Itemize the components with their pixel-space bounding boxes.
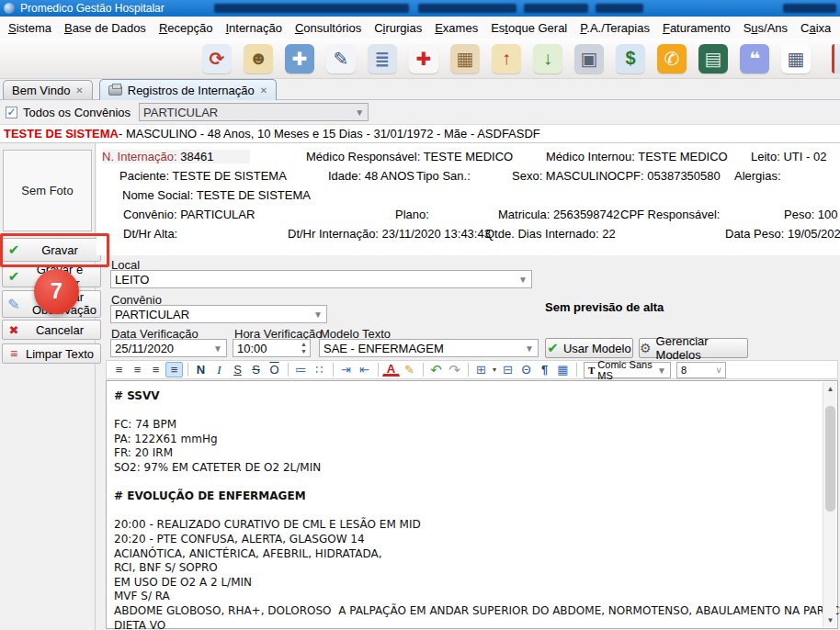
menu-item-sistema[interactable]: Sistema xyxy=(2,18,58,38)
info-field-peso: Peso: 100 xyxy=(784,208,838,221)
menu-item-faturamento[interactable]: Faturamento xyxy=(656,18,737,38)
evolution-text-content: # SSVV FC: 74 BPMPA: 122X61 mmHgFR: 20 I… xyxy=(114,389,819,630)
update-patients-icon[interactable]: ⟳ xyxy=(202,44,232,73)
tab-close-icon[interactable]: ✕ xyxy=(260,85,267,96)
data-verificacao-select[interactable]: 25/11/2020 ▼ xyxy=(110,339,227,357)
info-label-cpfresp: CPF Responsável: xyxy=(620,208,720,221)
info-label-dtint: Dt/Hr Internação: xyxy=(288,227,382,241)
convenio-select[interactable]: PARTICULAR ▼ xyxy=(110,305,327,323)
clipped-toolbar-icon[interactable] xyxy=(832,44,840,73)
font-size-select[interactable]: 8˅ xyxy=(676,362,726,378)
info-label-tiposan: Tipo San.: xyxy=(416,169,471,183)
info-field-nomesocial: Nome Social: TESTE DE SISTEMA xyxy=(122,188,311,202)
convenio-filter-select[interactable]: PARTICULAR ▼ xyxy=(139,103,369,121)
numbered-list-icon[interactable]: ≔ xyxy=(292,362,310,377)
hora-verificacao-spinner[interactable]: 10:00 ▲▼ xyxy=(233,339,311,357)
ambulance-icon[interactable]: ✚ xyxy=(409,44,438,73)
report-icon[interactable]: ▦ xyxy=(781,44,811,73)
info-field-convenio: Convênio: PARTICULAR xyxy=(123,208,255,221)
vertical-scrollbar[interactable]: ▲ ▼ xyxy=(823,382,836,627)
patients-records-icon[interactable]: ☻ xyxy=(244,44,273,73)
expense-down-icon[interactable]: ↓ xyxy=(533,44,562,73)
strikethrough-icon[interactable]: S xyxy=(247,362,265,377)
align-justify-icon[interactable]: ≡ xyxy=(165,362,183,377)
info-label-matricula: Matricula: xyxy=(498,208,553,221)
undo-icon[interactable]: ↶ xyxy=(427,362,445,377)
usar-modelo-button[interactable]: ✔ Usar Modelo xyxy=(545,338,633,358)
redacted-text xyxy=(524,4,588,13)
local-select[interactable]: LEITO ▼ xyxy=(110,270,532,288)
menu-item-base-de-dados[interactable]: Base de Dados xyxy=(58,18,153,38)
text-line: 20:20 - PTE CONFUSA, ALERTA, GLASGOW 14 xyxy=(114,533,819,547)
info-field-dtalta: Dt/Hr Alta: xyxy=(123,227,177,241)
font-color-icon[interactable]: A xyxy=(382,364,400,377)
phone-book-icon[interactable]: ✆ xyxy=(657,44,687,73)
menu-item-recepcao[interactable]: Recepção xyxy=(153,18,220,38)
info-value-sexo: MASCULINO xyxy=(546,169,617,183)
redo-icon[interactable]: ↷ xyxy=(446,362,463,377)
scroll-down-icon[interactable]: ▼ xyxy=(823,613,837,627)
patient-name: TESTE DE SISTEMA xyxy=(4,127,119,141)
gravar-button[interactable]: ✔Gravar xyxy=(2,238,101,262)
menu-item-sus-ans[interactable]: Sus/Ans xyxy=(737,18,794,38)
tab-bem-vindo[interactable]: Bem Vindo✕ xyxy=(3,80,93,99)
menu-item-consultorios[interactable]: Consultórios xyxy=(289,18,368,38)
menu-item-caixa[interactable]: Caixa xyxy=(794,18,837,38)
underline-icon[interactable]: S xyxy=(229,362,246,377)
insert-table-icon[interactable]: ⊞ xyxy=(472,362,490,377)
align-left-icon[interactable]: ≡ xyxy=(110,362,128,377)
outdent-icon[interactable]: ⇤ xyxy=(356,362,373,377)
menu-item-internacao[interactable]: Internação xyxy=(219,18,288,38)
clear-lines-icon: ≡ xyxy=(3,346,25,361)
menu-item-estoque-geral[interactable]: Estoque Geral xyxy=(484,18,573,38)
revenue-up-icon[interactable]: ↑ xyxy=(492,44,521,73)
menu-item-exames[interactable]: Exames xyxy=(428,18,484,38)
indent-icon[interactable]: ⇥ xyxy=(337,362,355,377)
overline-icon[interactable]: O xyxy=(266,362,283,377)
safe-icon[interactable]: ▣ xyxy=(574,44,604,73)
gerenciar-modelos-button[interactable]: ⚙ Gerenciar Modelos xyxy=(639,338,748,358)
patient-photo-placeholder: Sem Foto xyxy=(3,150,92,231)
bullet-list-icon[interactable]: ∷ xyxy=(311,362,328,377)
table-properties-icon[interactable]: ⊟ xyxy=(499,362,516,377)
limpar-texto-button[interactable]: ≡Limpar Texto xyxy=(2,343,101,364)
text-line: 20:00 - REALIZADO CURATIVO DE CML E LESÃ… xyxy=(114,518,819,533)
prescription-icon[interactable]: ✎ xyxy=(326,44,356,73)
stock-box-icon[interactable]: ▦ xyxy=(450,44,480,73)
toolbar-separator xyxy=(333,363,334,377)
cancelar-button[interactable]: ✖Cancelar xyxy=(2,320,101,340)
info-label-peso: Peso: xyxy=(784,208,818,221)
menu-item-cirurgias[interactable]: Cirurgias xyxy=(368,18,428,38)
highlight-icon[interactable]: ✎ xyxy=(401,362,418,377)
info-value-qtdedias: 22 xyxy=(602,227,615,241)
font-name-select[interactable]: TComic Sans MS▼ xyxy=(584,362,671,378)
chat-icon[interactable]: ❝ xyxy=(740,44,769,73)
tab-registros-de-internacao[interactable]: Registros de Internação✕ xyxy=(99,79,277,100)
scroll-up-icon[interactable]: ▲ xyxy=(823,382,837,396)
tab-close-icon[interactable]: ✕ xyxy=(75,85,83,96)
modelo-texto-select[interactable]: SAE - ENFERMAGEM ▼ xyxy=(319,339,539,357)
doctor-icon[interactable]: ✚ xyxy=(285,44,314,73)
toolbar-separator xyxy=(468,363,469,377)
align-right-icon[interactable]: ≡ xyxy=(147,362,165,377)
todos-convenios-checkbox[interactable]: ✓ xyxy=(6,107,17,118)
finance-chart-icon[interactable]: $ xyxy=(616,44,645,73)
pencil-icon: ✎ xyxy=(3,296,25,313)
pilcrow-icon[interactable]: ¶ xyxy=(536,362,553,377)
ledger-book-icon[interactable]: ▤ xyxy=(698,44,728,73)
bold-icon[interactable]: N xyxy=(192,362,210,377)
save-text-icon[interactable]: ▦ xyxy=(554,362,572,377)
text-line: EM USO DE O2 A 2 L/MIN xyxy=(114,576,819,591)
align-center-icon[interactable]: ≡ xyxy=(129,362,146,377)
info-value-ninternacao: 38461 xyxy=(180,150,213,163)
hour-circle-icon[interactable]: Θ xyxy=(517,362,535,377)
evolution-text-area[interactable]: # SSVV FC: 74 BPMPA: 122X61 mmHgFR: 20 I… xyxy=(106,380,838,629)
menu-item-p-a-terapias[interactable]: P.A./Terapias xyxy=(573,18,656,38)
table-dropdown-icon[interactable]: ▾ xyxy=(491,362,498,377)
italic-icon[interactable]: I xyxy=(210,362,228,377)
hospital-bed-icon[interactable]: ≣ xyxy=(368,44,397,73)
spinner-arrows-icon[interactable]: ▲▼ xyxy=(301,341,307,355)
data-verificacao-value: 25/11/2020 xyxy=(115,342,174,355)
tab-label: Registros de Internação xyxy=(128,84,255,97)
scrollbar-thumb[interactable] xyxy=(825,406,835,512)
